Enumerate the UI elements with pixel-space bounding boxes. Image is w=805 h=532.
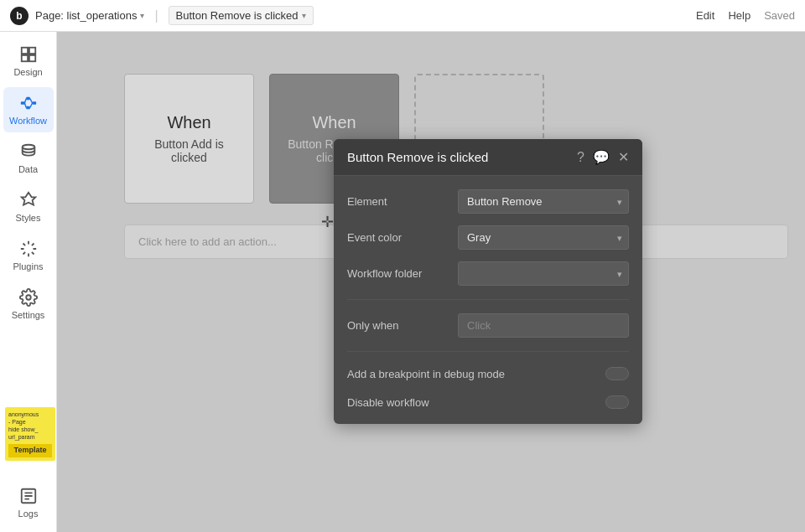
topbar-actions: Edit Help Saved <box>696 9 795 22</box>
edit-button[interactable]: Edit <box>696 9 714 22</box>
svg-point-12 <box>22 145 34 150</box>
canvas[interactable]: When Button Add is clicked When Button R… <box>57 32 805 532</box>
sidebar-data-label: Data <box>18 164 38 174</box>
help-icon[interactable]: ? <box>577 150 584 165</box>
sidebar-workflow-label: Workflow <box>9 116 47 126</box>
svg-rect-7 <box>32 101 36 105</box>
close-icon[interactable]: ✕ <box>618 149 629 165</box>
workflow-label: Button Remove is clicked <box>176 9 299 22</box>
modal-header-icons: ? 💬 ✕ <box>577 149 629 165</box>
page-chevron-icon: ▾ <box>140 11 144 20</box>
help-button[interactable]: Help <box>728 9 750 22</box>
event-color-label: Event color <box>347 231 448 244</box>
topbar: b Page: list_operations ▾ | Button Remov… <box>0 0 805 32</box>
sticky-label: Template <box>8 444 52 457</box>
workflow-folder-label: Workflow folder <box>347 267 448 280</box>
svg-point-13 <box>26 295 31 300</box>
app-logo: b <box>10 7 29 25</box>
svg-rect-5 <box>26 97 30 101</box>
svg-line-9 <box>24 103 26 108</box>
modal-divider-2 <box>347 351 629 352</box>
breakpoint-checkbox[interactable] <box>605 367 629 380</box>
event-color-select-wrapper[interactable]: Gray Blue Green Red <box>458 225 629 250</box>
breakpoint-row: Add a breakpoint in debug mode <box>347 365 629 382</box>
sidebar-item-settings[interactable]: Settings <box>3 281 54 327</box>
modal-header: Button Remove is clicked ? 💬 ✕ <box>334 139 642 176</box>
sticky-line1: anonymous <box>8 411 52 418</box>
svg-line-8 <box>24 99 26 104</box>
svg-rect-4 <box>20 101 24 105</box>
separator: | <box>154 8 158 23</box>
template-sticky-note[interactable]: anonymous - Page hide show_ url_param Te… <box>5 407 55 461</box>
sidebar-item-styles[interactable]: Styles <box>3 184 54 230</box>
workflow-folder-select-wrapper[interactable] <box>458 261 629 286</box>
svg-line-10 <box>29 99 32 104</box>
page-label: Page: list_operations <box>35 9 137 22</box>
sticky-line3: hide show_ <box>8 426 52 433</box>
modal-divider <box>347 299 629 300</box>
sidebar-plugins-label: Plugins <box>13 261 43 271</box>
svg-rect-6 <box>26 106 30 110</box>
svg-rect-3 <box>29 55 34 61</box>
sidebar: Design Workflow Data <box>0 32 57 532</box>
event-color-select[interactable]: Gray Blue Green Red <box>458 225 629 250</box>
only-when-label: Only when <box>347 319 448 332</box>
sidebar-item-logs[interactable]: Logs <box>3 480 54 525</box>
modal-body: Element Button Remove Button Add Event c… <box>334 176 642 424</box>
saved-status: Saved <box>764 9 795 22</box>
main-layout: Design Workflow Data <box>0 32 805 532</box>
sidebar-logs-label: Logs <box>18 509 39 519</box>
chat-icon[interactable]: 💬 <box>593 149 610 165</box>
sidebar-item-data[interactable]: Data <box>3 136 54 181</box>
only-when-row: Only when Click <box>347 313 629 338</box>
svg-rect-2 <box>21 55 27 61</box>
page-selector[interactable]: Page: list_operations ▾ <box>35 9 144 22</box>
svg-line-11 <box>29 103 32 108</box>
element-row: Element Button Remove Button Add <box>347 189 629 214</box>
workflow-chevron-icon: ▾ <box>302 11 306 20</box>
breakpoint-label: Add a breakpoint in debug mode <box>347 368 505 380</box>
workflow-folder-select[interactable] <box>458 261 629 286</box>
sidebar-design-label: Design <box>13 67 42 77</box>
sidebar-item-design[interactable]: Design <box>3 39 54 84</box>
sticky-line2: - Page <box>8 418 52 426</box>
element-select-wrapper[interactable]: Button Remove Button Add <box>458 189 629 214</box>
disable-checkbox[interactable] <box>605 395 629 409</box>
sidebar-item-workflow[interactable]: Workflow <box>3 87 54 132</box>
event-color-row: Event color Gray Blue Green Red <box>347 225 629 250</box>
sidebar-item-plugins[interactable]: Plugins <box>3 233 54 278</box>
only-when-input[interactable]: Click <box>458 313 629 338</box>
workflow-selector[interactable]: Button Remove is clicked ▾ <box>169 6 314 25</box>
sidebar-styles-label: Styles <box>16 213 41 223</box>
svg-rect-1 <box>29 48 34 54</box>
sticky-line4: url_param <box>8 433 52 441</box>
workflow-folder-row: Workflow folder <box>347 261 629 286</box>
element-select[interactable]: Button Remove Button Add <box>458 189 629 214</box>
svg-rect-0 <box>21 48 27 54</box>
element-label: Element <box>347 195 448 208</box>
modal-title: Button Remove is clicked <box>347 150 488 164</box>
disable-workflow-row: Disable workflow <box>347 394 629 411</box>
modal: Button Remove is clicked ? 💬 ✕ Element B… <box>334 139 642 424</box>
sidebar-settings-label: Settings <box>12 310 45 320</box>
disable-label: Disable workflow <box>347 396 429 409</box>
